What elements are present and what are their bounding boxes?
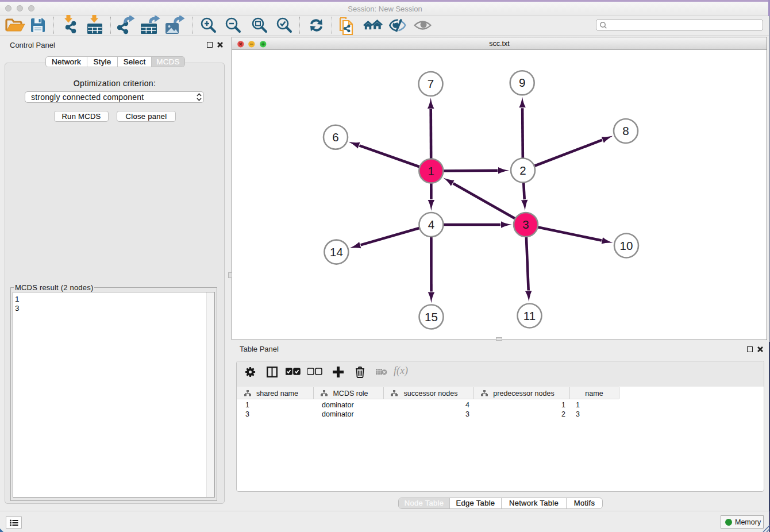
svg-text:1: 1 bbox=[428, 164, 434, 178]
svg-text:3: 3 bbox=[522, 218, 529, 231]
svg-text:4: 4 bbox=[428, 218, 434, 231]
svg-text:9: 9 bbox=[519, 76, 525, 89]
svg-text:14: 14 bbox=[330, 245, 343, 259]
svg-text:7: 7 bbox=[428, 77, 434, 90]
svg-text:15: 15 bbox=[425, 310, 438, 323]
svg-text:11: 11 bbox=[523, 309, 536, 322]
svg-text:10: 10 bbox=[620, 239, 633, 252]
svg-text:6: 6 bbox=[332, 130, 338, 144]
svg-text:2: 2 bbox=[519, 164, 526, 177]
svg-text:8: 8 bbox=[622, 124, 629, 137]
